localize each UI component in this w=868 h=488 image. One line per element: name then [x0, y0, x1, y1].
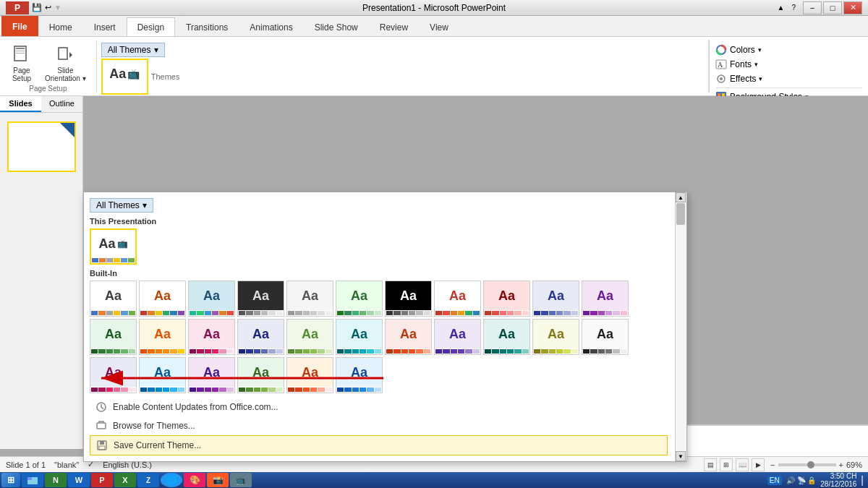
fonts-button[interactable]: A Fonts ▾	[715, 57, 862, 72]
theme-item-24[interactable]: Aa	[188, 357, 235, 393]
taskbar-extra[interactable]: 📸	[207, 473, 229, 487]
save-theme-item[interactable]: Save Current Theme...	[90, 435, 668, 455]
theme-bg-16: Aa	[336, 320, 382, 348]
slide-outline-tabs: Slides Outline	[0, 96, 82, 113]
theme-item-0[interactable]: Aa	[90, 281, 137, 317]
reading-view-btn[interactable]: 📖	[736, 458, 749, 471]
current-theme-item[interactable]: Aa📺	[90, 228, 137, 265]
collapse-ribbon[interactable]: ▲	[778, 1, 785, 14]
colors-button[interactable]: Colors ▾	[715, 43, 862, 57]
slides-tab[interactable]: Slides	[0, 96, 41, 112]
tab-transitions[interactable]: Transitions	[175, 17, 239, 36]
title-bar-controls[interactable]: ▲ ? − □ ✕	[778, 1, 862, 14]
theme-item-16[interactable]: Aa	[336, 319, 383, 355]
taskbar-notepad[interactable]: N	[45, 473, 67, 487]
all-themes-btn[interactable]: All Themes ▾	[90, 198, 153, 213]
theme-item-11[interactable]: Aa	[90, 319, 137, 355]
theme-bar-25-5	[276, 388, 283, 392]
quick-access-undo[interactable]: ↩	[45, 3, 51, 12]
theme-bar-6-0	[386, 311, 393, 315]
theme-item-26[interactable]: Aa	[286, 357, 333, 393]
theme-bar-2-1	[197, 311, 203, 315]
current-theme-thumbnail[interactable]: Aa📺	[101, 59, 148, 95]
theme-item-20[interactable]: Aa	[532, 319, 579, 355]
theme-item-17[interactable]: Aa	[385, 319, 432, 355]
theme-bar-27-0	[337, 388, 344, 392]
theme-item-18[interactable]: Aa	[434, 319, 481, 355]
taskbar-tv[interactable]: 📺	[230, 473, 252, 487]
all-themes-dropdown-btn[interactable]: All Themes ▾	[101, 43, 165, 57]
slide-sorter-btn[interactable]: ⊞	[720, 458, 733, 471]
theme-item-5[interactable]: Aa	[336, 281, 383, 317]
theme-item-7[interactable]: Aa	[434, 281, 481, 317]
tab-insert[interactable]: Insert	[83, 17, 127, 36]
theme-bar-6-5	[424, 311, 430, 315]
effects-button[interactable]: Effects ▾	[715, 72, 862, 86]
theme-item-22[interactable]: Aa	[90, 357, 137, 393]
taskbar-explorer[interactable]	[22, 473, 43, 487]
slide-orientation-button[interactable]: SlideOrientation ▾	[41, 41, 90, 85]
taskbar-zalo[interactable]: Z	[137, 473, 159, 487]
quick-access-more[interactable]: ▼	[54, 4, 61, 12]
tab-home[interactable]: Home	[38, 17, 83, 36]
minimize-button[interactable]: −	[803, 1, 822, 14]
theme-item-8[interactable]: Aa	[483, 281, 530, 317]
theme-item-23[interactable]: Aa	[139, 357, 186, 393]
theme-item-4[interactable]: Aa	[286, 281, 333, 317]
theme-item-25[interactable]: Aa	[237, 357, 284, 393]
scroll-down-btn[interactable]: ▼	[676, 451, 686, 461]
theme-item-14[interactable]: Aa	[237, 319, 284, 355]
taskbar-paint[interactable]: 🎨	[184, 473, 205, 487]
tab-file[interactable]: File	[1, 16, 38, 36]
theme-item-21[interactable]: Aa	[582, 319, 629, 355]
slide-thumbnail[interactable]	[7, 121, 76, 172]
page-setup-button[interactable]: PageSetup	[6, 41, 38, 85]
explorer-icon	[27, 474, 38, 486]
theme-item-9[interactable]: Aa	[532, 281, 579, 317]
theme-item-10[interactable]: Aa	[582, 281, 629, 317]
colors-chevron: ▾	[758, 46, 762, 53]
theme-item-12[interactable]: Aa	[139, 319, 186, 355]
theme-bar-27-4	[367, 388, 373, 392]
scroll-up-btn[interactable]: ▲	[676, 192, 686, 202]
theme-item-3[interactable]: Aa	[237, 281, 284, 317]
tab-animations[interactable]: Animations	[239, 17, 303, 36]
pagesetup-group-label: Page Setup	[29, 85, 67, 94]
zoom-plus[interactable]: +	[839, 461, 843, 469]
dropdown-scrollbar[interactable]: ▲ ▼	[675, 192, 686, 461]
taskbar-powerpoint[interactable]: P	[91, 473, 113, 487]
normal-view-btn[interactable]: ▤	[704, 458, 717, 471]
maximize-button[interactable]: □	[823, 1, 842, 14]
theme-aa-9: Aa	[548, 288, 564, 304]
show-desktop-btn[interactable]: |	[861, 474, 864, 486]
theme-bars-18	[435, 348, 480, 354]
browse-themes-item[interactable]: Browse for Themes...	[90, 416, 668, 435]
slide-orientation-label: SlideOrientation ▾	[45, 67, 86, 82]
tab-slideshow[interactable]: Slide Show	[304, 17, 369, 36]
tab-review[interactable]: Review	[369, 17, 419, 36]
tab-view[interactable]: View	[419, 17, 459, 36]
theme-item-1[interactable]: Aa	[139, 281, 186, 317]
start-button[interactable]: ⊞	[1, 473, 20, 487]
scroll-thumb[interactable]	[676, 203, 685, 225]
quick-access-save[interactable]: 💾	[32, 3, 42, 12]
taskbar-chrome[interactable]: 🌐	[161, 473, 182, 487]
zoom-slider[interactable]	[778, 463, 836, 466]
theme-item-6[interactable]: Aa	[385, 281, 432, 317]
theme-item-2[interactable]: Aa	[188, 281, 235, 317]
taskbar-word[interactable]: W	[68, 473, 90, 487]
close-button[interactable]: ✕	[843, 1, 862, 14]
outline-tab[interactable]: Outline	[41, 96, 82, 112]
theme-item-13[interactable]: Aa	[188, 319, 235, 355]
help-btn[interactable]: ?	[791, 1, 796, 14]
theme-aa-2: Aa	[203, 288, 220, 304]
slideshow-btn[interactable]: ▶	[752, 458, 765, 471]
theme-item-27[interactable]: Aa	[336, 357, 383, 393]
svg-rect-24	[27, 477, 32, 480]
enable-updates-item[interactable]: Enable Content Updates from Office.com..…	[90, 398, 668, 416]
zoom-minus[interactable]: −	[770, 461, 775, 469]
theme-item-15[interactable]: Aa	[286, 319, 333, 355]
tab-design[interactable]: Design	[127, 17, 175, 36]
taskbar-excel[interactable]: X	[114, 473, 136, 487]
theme-item-19[interactable]: Aa	[483, 319, 530, 355]
